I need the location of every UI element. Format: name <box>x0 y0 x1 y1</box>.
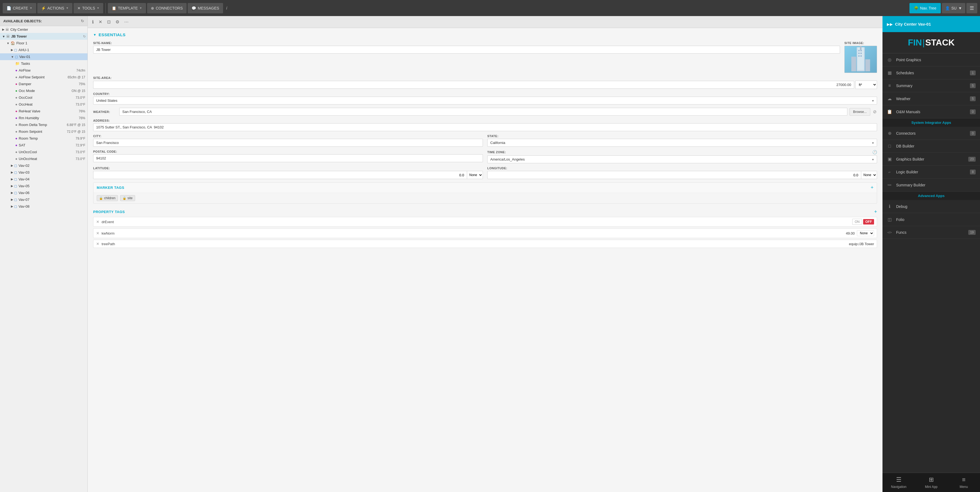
country-select[interactable]: United States <box>93 97 877 105</box>
bottom-nav-mini-app[interactable]: ⊞ Mini App <box>915 473 947 492</box>
site-name-input[interactable] <box>93 46 840 54</box>
connectors-button[interactable]: ⊕ CONNECTORS <box>147 3 186 13</box>
toolbar-more-button[interactable]: ⋯ <box>123 19 130 25</box>
tree-item-floor1[interactable]: ▼ 🏠 Floor 1 <box>0 40 88 46</box>
tree-item-room-delta[interactable]: ● Room Delta Temp 6.88°F @ 15 <box>0 121 88 128</box>
toolbar-info-button[interactable]: ℹ <box>91 19 95 25</box>
drevent-toggle-on[interactable]: ON <box>852 219 862 225</box>
property-tags-section: PROPERTY TAGS + ✕ drEvent ON OFF ✕ kwNor… <box>93 207 877 248</box>
sidebar-item-connectors[interactable]: ⊕ Connectors 0 <box>883 127 980 140</box>
kwnorm-remove-button[interactable]: ✕ <box>96 231 99 235</box>
tree-item-vav04[interactable]: ▶ ◻ Vav-04 <box>0 176 88 183</box>
vav02-expand-icon: ▶ <box>11 164 13 167</box>
address-input[interactable] <box>93 123 877 131</box>
tree-item-vav05[interactable]: ▶ ◻ Vav-05 <box>0 183 88 189</box>
sidebar-item-om-manuals[interactable]: 📋 O&M Manuals 0 <box>883 105 980 118</box>
bottom-nav-menu[interactable]: ≡ Menu <box>948 473 980 492</box>
treepath-name: treePath <box>102 242 134 246</box>
latitude-input[interactable] <box>94 171 467 179</box>
essentials-collapse-icon[interactable]: ▼ <box>93 33 96 37</box>
tools-button[interactable]: ✕ TOOLS ▼ <box>73 3 103 13</box>
postal-input[interactable] <box>93 154 483 162</box>
weather-input[interactable] <box>119 108 847 116</box>
tree-item-airflow-sp[interactable]: ● AirFlow Setpoint 65cfm @ 17 <box>0 74 88 81</box>
create-button[interactable]: 📄 CREATE ▼ <box>3 3 36 13</box>
state-select[interactable]: California <box>487 139 877 147</box>
tag-site: 🔒 site <box>120 195 135 201</box>
weather-clear-button[interactable]: ⊘ <box>872 109 877 115</box>
tree-item-occheat[interactable]: ● OccHeat 73.0°F <box>0 101 88 108</box>
site-area-input[interactable] <box>93 81 854 89</box>
sidebar-item-point-graphics[interactable]: ◎ Point Graphics <box>883 53 980 67</box>
tree-item-room-temp[interactable]: ● Room Temp 79.9°F <box>0 135 88 142</box>
tree-item-vav03[interactable]: ▶ ◻ Vav-03 <box>0 169 88 176</box>
nav-tree-button[interactable]: 🌳 Nav. Tree <box>910 3 941 13</box>
site-area-unit-select[interactable]: ft² m² <box>855 81 877 89</box>
jb-tower-refresh-icon[interactable]: ↻ <box>83 35 86 38</box>
tree-item-tasks[interactable]: 📁 Tasks <box>0 60 88 67</box>
toolbar-settings-button[interactable]: ⚙ <box>114 19 121 25</box>
hamburger-button[interactable]: ☰ <box>966 3 977 13</box>
vav04-expand-icon: ▶ <box>11 178 13 181</box>
tree-item-unocc-cool[interactable]: ● UnOccCool 73.0°F <box>0 149 88 156</box>
info-button[interactable]: i <box>224 4 230 12</box>
tree-item-vav07[interactable]: ▶ ◻ Vav-07 <box>0 196 88 203</box>
weather-browse-button[interactable]: Browse... <box>850 108 870 116</box>
template-button[interactable]: 📋 TEMPLATE ▼ <box>108 3 146 13</box>
bottom-nav-navigation[interactable]: ☰ Navigation <box>883 473 915 492</box>
treepath-value-input[interactable] <box>137 242 874 246</box>
menu-label: Menu <box>959 485 968 489</box>
essentials-section: ▼ ESSENTIALS SITE-NAME: SITE IMAGE: <box>88 28 883 256</box>
longitude-input[interactable] <box>488 171 861 179</box>
tree-item-occcool[interactable]: ● OccCool 73.0°F <box>0 94 88 101</box>
sidebar-item-db-builder[interactable]: □ DB Builder <box>883 140 980 153</box>
tree-item-jb-tower[interactable]: ▼ 🏛 JB Tower ↻ <box>0 33 88 40</box>
tree-item-city-center[interactable]: ▶ 🏛 City Center <box>0 26 88 33</box>
floor1-label: Floor 1 <box>16 41 27 45</box>
vav01-label: Vav-01 <box>19 55 30 59</box>
sidebar-item-funcs[interactable]: </> Funcs 19 <box>883 226 980 239</box>
actions-button[interactable]: ⚡ ACTIONS ▼ <box>37 3 72 13</box>
sidebar-item-summary-builder[interactable]: ≔ Summary Builder <box>883 179 980 192</box>
tree-item-airflow[interactable]: ● AirFlow 74cfm <box>0 67 88 74</box>
toolbar-maximize-button[interactable]: ⊡ <box>105 19 112 25</box>
tree-item-vav06[interactable]: ▶ ◻ Vav-06 <box>0 189 88 196</box>
tree-item-rm-humidity[interactable]: ● Rm Humidity 76% <box>0 114 88 121</box>
tree-item-reheat[interactable]: ● ReHeat Valve 76% <box>0 108 88 114</box>
sidebar-item-weather[interactable]: ☁ Weather 5 <box>883 92 980 105</box>
sidebar-item-folio[interactable]: ◫ Folio <box>883 213 980 226</box>
drevent-remove-button[interactable]: ✕ <box>96 220 99 224</box>
tree-item-vav01[interactable]: ▼ ◻ Vav-01 <box>0 53 88 60</box>
sidebar-item-summary[interactable]: ≡ Summary 5 <box>883 79 980 92</box>
longitude-unit-select[interactable]: None <box>861 171 877 179</box>
messages-button[interactable]: 💬 MESSAGES <box>188 3 223 13</box>
drevent-toggle-off[interactable]: OFF <box>863 219 874 224</box>
kwnorm-value-input[interactable] <box>137 231 855 235</box>
marker-tags-add-button[interactable]: + <box>870 185 873 190</box>
latitude-label: LATITUDE: <box>93 167 483 170</box>
toolbar-close-button[interactable]: ✕ <box>97 19 104 25</box>
timezone-select[interactable]: America/Los_Angeles <box>487 156 877 163</box>
property-tags-add-button[interactable]: + <box>874 209 877 215</box>
city-input[interactable] <box>93 139 483 147</box>
sidebar-refresh-icon[interactable]: ↻ <box>81 19 84 23</box>
tree-item-sat[interactable]: ● SAT 72.9°F <box>0 142 88 149</box>
tree-item-damper[interactable]: ● Damper 75% <box>0 81 88 87</box>
sidebar-item-graphics-builder[interactable]: ▣ Graphics Builder 23 <box>883 153 980 166</box>
tree-item-vav02[interactable]: ▶ ◻ Vav-02 <box>0 162 88 169</box>
vav01-icon: ◻ <box>15 55 18 59</box>
latitude-unit-select[interactable]: None <box>467 171 483 179</box>
tree-item-room-setpoint[interactable]: ● Room Setpoint 72.0°F @ 15 <box>0 128 88 135</box>
rm-humidity-icon: ● <box>15 116 18 120</box>
tree-item-ahu1[interactable]: ▶ ◻ AHU-1 <box>0 46 88 53</box>
kwnorm-unit-select[interactable]: None <box>857 230 874 236</box>
sidebar-item-logic-builder[interactable]: ⌐ Logic Builder 8 <box>883 166 980 179</box>
tree-item-occ-mode[interactable]: ● Occ Mode ON @ 15 <box>0 87 88 94</box>
treepath-remove-button[interactable]: ✕ <box>96 242 99 246</box>
vav08-expand-icon: ▶ <box>11 205 13 208</box>
tree-item-unocc-heat[interactable]: ● UnOccHeat 73.0°F <box>0 156 88 162</box>
tree-item-vav08[interactable]: ▶ ◻ Vav-08 <box>0 203 88 210</box>
sidebar-item-debug[interactable]: ℹ Debug <box>883 200 980 213</box>
sidebar-item-schedules[interactable]: ▦ Schedules 1 <box>883 67 980 79</box>
user-button[interactable]: 👤 SU ▼ <box>942 3 965 13</box>
